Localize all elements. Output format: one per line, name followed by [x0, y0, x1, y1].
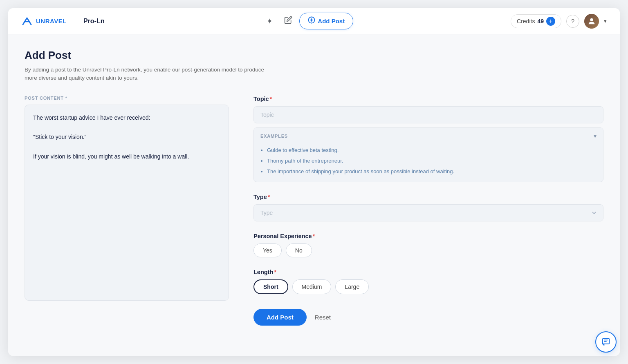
type-field: Type* Type Educational Inspirational Sto…	[253, 194, 603, 221]
reset-button[interactable]: Reset	[315, 314, 331, 321]
credits-count: 49	[537, 18, 544, 25]
edit-icon-button[interactable]	[280, 13, 296, 29]
fields-section: Topic* EXAMPLES ▾ Guide to effective bet…	[253, 96, 603, 326]
plus-icon: +	[549, 18, 552, 25]
logo-text: UNRAVEL	[36, 18, 67, 25]
example-item-1: Guide to effective beta testing.	[267, 147, 597, 154]
post-content-label: POST CONTENT *	[25, 96, 229, 100]
avatar-chevron[interactable]: ▾	[604, 18, 607, 24]
add-credits-button[interactable]: +	[546, 17, 555, 26]
credits-badge: Credits 49 +	[511, 14, 561, 28]
help-button[interactable]: ?	[566, 15, 579, 28]
post-content-textarea[interactable]: The worst startup advice I have ever rec…	[25, 105, 229, 301]
magic-icon-button[interactable]: ✦	[262, 13, 277, 29]
length-large-button[interactable]: Large	[335, 279, 369, 294]
svg-point-3	[590, 18, 593, 21]
help-icon: ?	[571, 18, 574, 25]
add-post-header-label: Add Post	[318, 18, 345, 25]
post-content-section: POST CONTENT * The worst startup advice …	[25, 96, 229, 301]
logo-area: UNRAVEL Pro-Ln	[21, 16, 104, 27]
add-post-header-button[interactable]: Add Post	[299, 13, 353, 29]
examples-box: EXAMPLES ▾ Guide to effective beta testi…	[253, 127, 603, 183]
length-toggle-group: Short Medium Large	[253, 279, 603, 294]
page-title: Add Post	[25, 49, 603, 62]
length-field: Length* Short Medium Large	[253, 269, 603, 294]
topic-label: Topic*	[253, 96, 603, 102]
magic-icon: ✦	[267, 17, 273, 26]
personal-experience-toggle-group: Yes No	[253, 243, 603, 257]
examples-label: EXAMPLES	[260, 134, 288, 138]
logo-icon	[21, 16, 33, 27]
svg-rect-4	[603, 339, 610, 344]
main-content: Add Post By adding a post to the Unravel…	[8, 34, 620, 356]
personal-experience-yes-button[interactable]: Yes	[253, 243, 282, 257]
product-name: Pro-Ln	[83, 18, 105, 25]
avatar-image	[584, 14, 599, 29]
length-medium-button[interactable]: Medium	[292, 279, 332, 294]
personal-experience-label: Personal Experience*	[253, 233, 603, 239]
personal-experience-no-button[interactable]: No	[286, 243, 312, 257]
form-actions: Add Post Reset	[253, 309, 603, 326]
edit-icon	[284, 16, 292, 26]
length-label: Length*	[253, 269, 603, 275]
credits-label: Credits	[517, 18, 535, 25]
app-header: UNRAVEL Pro-Ln ✦	[8, 8, 620, 34]
example-item-3: The importance of shipping your product …	[267, 168, 597, 175]
floating-chat-button[interactable]	[595, 331, 617, 353]
personal-experience-field: Personal Experience* Yes No	[253, 233, 603, 257]
type-label: Type*	[253, 194, 603, 200]
examples-content: Guide to effective beta testing. Thorny …	[254, 144, 603, 182]
topic-field: Topic* EXAMPLES ▾ Guide to effective bet…	[253, 96, 603, 183]
form-grid: POST CONTENT * The worst startup advice …	[25, 96, 603, 326]
examples-header[interactable]: EXAMPLES ▾	[254, 128, 603, 144]
avatar[interactable]	[584, 14, 599, 29]
examples-chevron-icon: ▾	[594, 133, 597, 139]
header-right: Credits 49 + ? ▾	[511, 14, 607, 29]
submit-button[interactable]: Add Post	[253, 309, 307, 326]
header-center: ✦ Add Post	[104, 13, 511, 29]
example-item-2: Thorny path of the entrepreneur.	[267, 157, 597, 165]
add-post-circle-icon	[308, 16, 315, 26]
topic-input[interactable]	[253, 106, 603, 123]
type-select[interactable]: Type Educational Inspirational Story Opi…	[253, 204, 603, 221]
page-subtitle: By adding a post to the Unravel Pro-Ln n…	[25, 66, 278, 83]
logo-divider	[75, 17, 75, 26]
length-short-button[interactable]: Short	[253, 279, 288, 294]
